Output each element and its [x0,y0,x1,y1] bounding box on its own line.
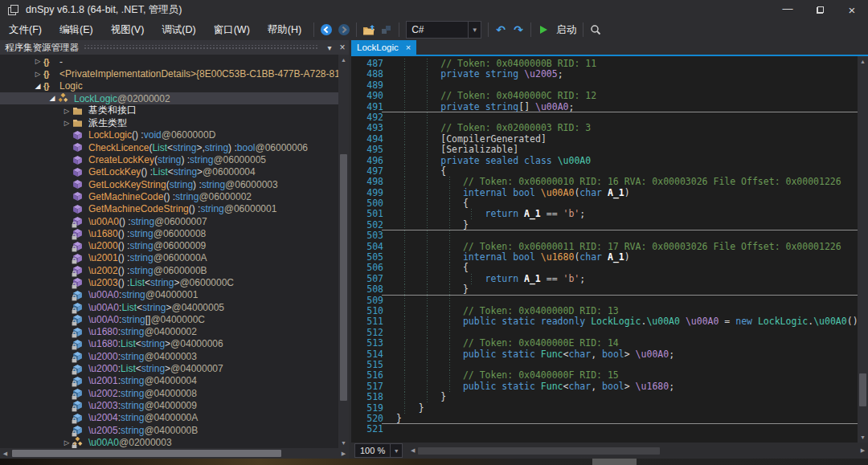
tree-row[interactable]: GetMachineCode() : string @06000002 [0,190,338,202]
editor-vscroll-thumb[interactable] [859,373,866,406]
tree-row[interactable]: \u2002 : string @04000008 [0,387,338,399]
tree-row[interactable]: \u1680 : List<string> @04000006 [0,338,338,350]
tree-row[interactable]: CheckLicence(List<string>, string) : boo… [0,141,338,153]
panel-menu-icon[interactable]: ▾ [323,43,336,52]
tree-row[interactable]: GetMachineCodeString() : string @0600000… [0,203,338,215]
modules-icon[interactable] [378,21,395,39]
scroll-left-icon[interactable]: ◀ [0,448,10,459]
scroll-right-icon[interactable]: ▶ [338,448,349,459]
assembly-tree[interactable]: ▷{}-▷{}<PrivateImplementationDetails>{8E… [0,55,338,448]
tree-horizontal-scrollbar[interactable]: ◀ ▶ [0,448,349,459]
tab-locklogic[interactable]: LockLogic × [351,40,416,55]
tree-row-text: string [129,240,153,251]
tree-row-text: bool [237,142,256,153]
tree-row-text: ) : [228,142,237,153]
menu-item[interactable]: 调试(D) [153,20,204,40]
tree-row[interactable]: \u00A0 : string @04000001 [0,289,338,301]
tree-row[interactable]: \u2001() : string @0600000A [0,252,338,264]
minimize-button[interactable]: — [772,0,804,19]
zoom-combobox[interactable]: 100 % ▼ [354,443,403,458]
code-editor[interactable]: 487// Token: 0x0400000B RID: 11488privat… [351,56,858,443]
redo-button[interactable]: ↷ [510,21,527,39]
start-label[interactable]: 启动 [556,23,576,37]
forward-button[interactable] [335,21,353,39]
expander-expanded-icon[interactable]: ◢ [47,95,58,102]
tree-row[interactable]: ▷{}<PrivateImplementationDetails>{8E00C5… [0,67,338,80]
tree-row[interactable]: ◢LockLogic @02000002 [0,92,338,104]
scroll-down-icon[interactable]: ▼ [858,432,868,443]
tree-row[interactable]: \u00A0 : List<string> @04000005 [0,301,338,313]
tree-row[interactable]: \u2000 : List<string> @04000007 [0,362,338,374]
tree-row[interactable]: \u1680() : string @06000008 [0,227,338,239]
tree-row[interactable]: \u00A0() : string @06000007 [0,215,338,227]
tree-vscroll-thumb[interactable] [340,154,347,400]
restore-button[interactable] [804,0,836,19]
scroll-down-icon[interactable]: ▼ [338,438,349,448]
tree-row-text: \u2005 [88,425,118,436]
tree-row[interactable]: \u2002() : string @0600000B [0,264,338,276]
start-button[interactable] [534,21,552,39]
tree-row[interactable]: CreateLockKey(string) : string @06000005 [0,153,338,165]
tree-row[interactable]: ▷\u00A0 @02000003 [0,436,338,448]
tree-row[interactable]: \u2000() : string @06000009 [0,239,338,251]
ns-icon: {} [43,80,56,92]
scroll-right-icon[interactable]: ▶ [858,446,868,456]
code-line: 501return A_1 == 'b'; [351,209,858,219]
scroll-up-icon[interactable]: ▲ [858,56,868,67]
chevron-down-icon[interactable]: ▼ [390,444,402,457]
menu-item[interactable]: 文件(F) [0,20,51,40]
tree-row-text: string [121,388,144,399]
tree-row[interactable]: \u2005 : string @0400000B [0,424,338,436]
tree-row[interactable]: \u1680 : string @04000002 [0,326,338,338]
tree-row[interactable]: ▷基类和接口 [0,104,338,116]
tree-row-text: @04000001 [145,289,199,300]
scroll-up-icon[interactable]: ▲ [338,55,349,65]
zoom-value: 100 % [355,444,390,457]
indent-guide [449,370,450,381]
tree-row[interactable]: \u2003() : List<string> @0600000C [0,276,338,288]
tree-vertical-scrollbar[interactable]: ▲ ▼ [338,55,349,448]
tab-close-icon[interactable]: × [406,43,411,52]
tree-row[interactable]: \u2003 : string @04000009 [0,399,338,411]
expander-collapsed-icon[interactable]: ▷ [32,58,43,65]
expander-collapsed-icon[interactable]: ▷ [61,439,72,447]
close-button[interactable]: × [836,0,868,19]
tree-hscroll-thumb[interactable] [12,450,281,457]
scroll-left-icon[interactable]: ◀ [407,446,418,456]
editor-horizontal-scrollbar[interactable]: ◀ ▶ [407,446,868,456]
menu-item[interactable]: 帮助(H) [259,20,310,40]
chevron-down-icon[interactable]: ▼ [468,22,481,38]
back-button[interactable] [317,21,335,39]
expander-collapsed-icon[interactable]: ▷ [61,120,72,127]
editor-hscroll-thumb[interactable] [418,447,660,455]
open-file-button[interactable] [360,21,378,39]
expander-collapsed-icon[interactable]: ▷ [61,108,72,115]
menu-item[interactable]: 视图(V) [102,20,154,40]
tree-row[interactable]: \u2000 : string @04000003 [0,350,338,362]
expander-expanded-icon[interactable]: ◢ [32,83,43,90]
tree-row[interactable]: \u2004 : string @0400000A [0,412,338,424]
code-line: 516// Token: 0x0400000F RID: 15 [351,370,858,381]
indent-guide [404,263,405,273]
tree-row[interactable]: ▷派生类型 [0,116,338,128]
editor-vertical-scrollbar[interactable]: ▲ ▼ [858,56,868,443]
language-combobox[interactable]: C# ▼ [406,21,481,39]
menu-item[interactable]: 窗口(W) [205,20,259,40]
search-button[interactable] [587,21,604,39]
tree-row[interactable]: LockLogic() : void @0600000D [0,129,338,141]
line-number: 512 [351,328,383,338]
tree-row[interactable]: ▷{}- [0,55,338,67]
tree-row[interactable]: GetLockKeyString(string) : string @06000… [0,178,338,190]
tree-row[interactable]: GetLockKey() : List<string> @06000004 [0,166,338,178]
tree-row-text: string [142,302,166,313]
tree-row-text: string [121,351,144,362]
menu-item[interactable]: 编辑(E) [51,20,102,40]
tree-row-text: @0400000C [150,314,205,325]
expander-collapsed-icon[interactable]: ▷ [32,71,43,78]
tree-row[interactable]: \u2001 : string @04000004 [0,375,338,387]
tree-row[interactable]: ◢{}Logic [0,80,338,92]
tree-row[interactable]: \u00A0 : string[] @0400000C [0,313,338,325]
cls-lock-icon [72,437,85,448]
panel-close-icon[interactable]: × [336,42,349,53]
undo-button[interactable]: ↶ [492,21,510,39]
